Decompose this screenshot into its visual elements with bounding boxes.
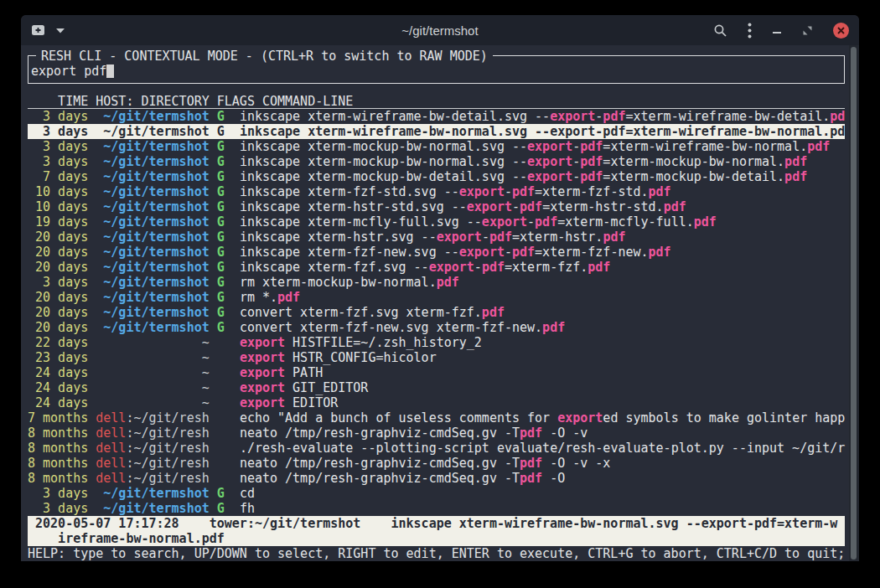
selected-entry-line1: 2020-05-07 17:17:28 tower:~/git/termshot… xyxy=(28,516,845,531)
history-row[interactable]: 7 days ~/git/termshot G inkscape xterm-m… xyxy=(28,169,845,184)
history-row[interactable]: 20 days ~/git/termshot G inkscape xterm-… xyxy=(28,260,845,275)
terminal-window: ~/git/termshot xyxy=(21,15,859,561)
history-row[interactable]: 10 days ~/git/termshot G inkscape xterm-… xyxy=(28,184,845,199)
search-input[interactable]: export pdf xyxy=(31,64,837,79)
history-table-body: 3 days ~/git/termshot G inkscape xterm-w… xyxy=(28,109,845,516)
restore-icon[interactable] xyxy=(802,25,813,36)
new-tab-icon[interactable] xyxy=(31,23,45,37)
scrollbar[interactable] xyxy=(849,45,859,561)
search-query-text: export pdf xyxy=(31,64,106,79)
history-row[interactable]: 3 days ~/git/termshot G rm xterm-mockup-… xyxy=(28,275,845,290)
history-row-selected[interactable]: 3 days ~/git/termshot G inkscape xterm-w… xyxy=(28,124,845,139)
history-row[interactable]: 3 days ~/git/termshot G inkscape xterm-m… xyxy=(28,154,845,169)
help-line: HELP: type to search, UP/DOWN to select,… xyxy=(28,546,859,561)
history-row[interactable]: 20 days ~/git/termshot G inkscape xterm-… xyxy=(28,245,845,260)
tab-chooser-chevron-icon[interactable] xyxy=(56,28,65,34)
selected-entry-line2: ireframe-bw-normal.pdf xyxy=(28,531,845,546)
search-icon[interactable] xyxy=(713,23,727,38)
history-row[interactable]: 22 days ~ export HISTFILE=~/.zsh_history… xyxy=(28,335,845,350)
menu-kebab-icon[interactable] xyxy=(748,23,752,39)
search-panel: RESH CLI - CONTEXTUAL MODE - (CTRL+R to … xyxy=(28,55,845,84)
history-row[interactable]: 20 days ~/git/termshot G convert xterm-f… xyxy=(28,305,845,320)
selected-entry-details: 2020-05-07 17:17:28 tower:~/git/termshot… xyxy=(28,516,845,546)
table-header: TIME HOST: DIRECTORY FLAGS COMMAND-LINE xyxy=(28,94,845,109)
titlebar: ~/git/termshot xyxy=(21,15,859,45)
history-row[interactable]: 24 days ~ export PATH xyxy=(28,365,845,380)
history-row[interactable]: 3 days ~/git/termshot G inkscape xterm-m… xyxy=(28,139,845,154)
scrollbar-thumb[interactable] xyxy=(851,47,857,560)
spacer xyxy=(28,84,859,94)
terminal-content: RESH CLI - CONTEXTUAL MODE - (CTRL+R to … xyxy=(21,55,859,561)
history-row[interactable]: 23 days ~ export HSTR_CONFIG=hicolor xyxy=(28,350,845,365)
history-row[interactable]: 3 days ~/git/termshot G inkscape xterm-w… xyxy=(28,109,845,124)
history-row[interactable]: 20 days ~/git/termshot G rm *.pdf xyxy=(28,290,845,305)
history-row[interactable]: 7 months dell:~/git/resh echo "Add a bun… xyxy=(28,410,845,426)
history-row[interactable]: 24 days ~ export GIT_EDITOR xyxy=(28,380,845,395)
history-row[interactable]: 8 months dell:~/git/resh neato /tmp/resh… xyxy=(28,426,845,441)
search-panel-title: RESH CLI - CONTEXTUAL MODE - (CTRL+R to … xyxy=(36,49,493,64)
history-row[interactable]: 10 days ~/git/termshot G inkscape xterm-… xyxy=(28,199,845,214)
history-row[interactable]: 3 days ~/git/termshot G cd xyxy=(28,486,845,501)
history-row[interactable]: 20 days ~/git/termshot G inkscape xterm-… xyxy=(28,230,845,245)
history-row[interactable]: 20 days ~/git/termshot G convert xterm-f… xyxy=(28,320,845,335)
history-row[interactable]: 8 months dell:~/git/resh neato /tmp/resh… xyxy=(28,456,845,471)
minimize-icon[interactable] xyxy=(772,25,782,35)
close-icon[interactable] xyxy=(833,23,849,39)
history-row[interactable]: 3 days ~/git/termshot G fh xyxy=(28,501,845,516)
history-row[interactable]: 8 months dell:~/git/resh neato /tmp/resh… xyxy=(28,471,845,486)
history-row[interactable]: 24 days ~ export EDITOR xyxy=(28,395,845,410)
history-row[interactable]: 8 months dell:~/git/resh ./resh-evaluate… xyxy=(28,441,845,456)
text-cursor xyxy=(106,64,114,78)
history-row[interactable]: 19 days ~/git/termshot G inkscape xterm-… xyxy=(28,214,845,230)
